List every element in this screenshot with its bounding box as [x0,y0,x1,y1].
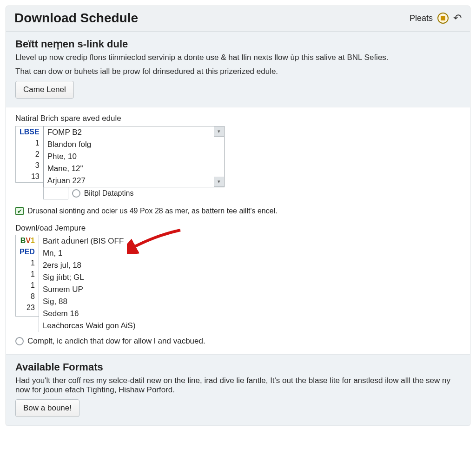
list-item[interactable]: Mane, 12" [44,163,224,175]
drusonal-check-line[interactable]: ✔ Drusonal sionting and ocier us 49 Pox … [15,207,461,215]
biitpl-radio-row[interactable]: Biitpl Dataptins [68,187,138,199]
came-lenel-button[interactable]: Came Lenel [15,81,74,99]
list-item[interactable]: Arjuan 227 [44,175,224,187]
pleats-label: Pleats [410,13,433,23]
templ-left [16,313,39,316]
intro-paragraph-2: That can dow or buhets iall be prow fol … [15,67,461,76]
template-group: BV1 PED 1 1 1 8 23 Barit aḋunerl (BIS OF… [15,235,461,332]
checkbox-checked-icon[interactable]: ✔ [15,207,24,215]
template-listbox[interactable]: Barit aḋunerl (BIS OFF Mn, 1 2ers jul, 1… [39,235,139,332]
template-numcol: BV1 PED 1 1 1 8 23 [15,235,39,317]
radio-icon[interactable] [15,337,24,345]
templ-left: 1 [16,280,39,291]
numcol-cell: 3 [16,160,43,171]
templ-row[interactable]: Sedem 16 [39,308,139,320]
templ-left: 23 [16,302,39,313]
intro-section: Beïtt neṃen s-link dule Llevel up now cr… [6,32,470,107]
templ-left: 8 [16,291,39,302]
formats-paragraph: Had you'lt ther coff res my selce-datil … [15,376,461,395]
list-item[interactable]: Phte, 10 [44,151,224,163]
templ-left: 1 [16,258,39,269]
edule-section: Natiral Brich spare aved edule LBSE 1 2 … [6,107,470,354]
panel-header: Download Schedule Pleats ↶ [6,6,470,32]
bow-boune-button[interactable]: Bow a boune! [15,399,79,417]
numcol-cell: 1 [16,138,43,149]
intro-paragraph-1: Llevel up now credip flons tiinmieclod s… [15,53,461,62]
templ-row[interactable]: Mn, 1 [39,247,139,259]
list-item[interactable]: Blandon folg [44,139,224,151]
complt-label: Complt, ic andich that dow for allow l a… [27,337,205,346]
pleats-icon[interactable] [437,13,449,24]
radio-icon[interactable] [72,189,80,198]
templ-left-ped: PED [16,246,39,258]
nativ-list-group: LBSE 1 2 3 13 ▾ FOMP B2 Blandon folg Pht… [15,126,461,199]
templ-row[interactable]: 2ers jul, 18 [39,259,139,271]
nativ-label: Natiral Brich spare aved edule [15,114,461,123]
templ-row[interactable]: Sig, 88 [39,296,139,308]
page-title: Download Schedule [14,11,138,26]
nativ-numcol: LBSE 1 2 3 13 [15,126,43,183]
complt-radio-line[interactable]: Complt, ic andich that dow for allow l a… [15,337,461,346]
numcol-cell: 2 [16,149,43,160]
nativ-listbox[interactable]: ▾ FOMP B2 Blandon folg Phte, 10 Mane, 12… [43,126,225,187]
formats-heading: Available Formats [15,361,461,373]
templ-row[interactable]: Sig jíıbt; GL [39,271,139,284]
templ-row[interactable]: Barit aḋunerl (BIS OFF [39,235,139,247]
numcol-cell: 13 [16,171,43,182]
undo-icon[interactable]: ↶ [453,12,462,24]
biitpl-label: Biitpl Dataptins [84,189,134,198]
templ-left-bv1: BV1 [16,235,39,246]
drusonal-text: Drusonal sionting and ocier us 49 Pox 28… [27,207,278,215]
header-actions: Pleats ↶ [410,12,462,24]
templ-row[interactable]: Leaċhorcas Waid gon AiS) [39,320,139,332]
scroll-up-icon[interactable]: ▾ [214,126,224,137]
templ-row[interactable]: Sumem UP [39,284,139,296]
templ-left: 1 [16,269,39,280]
scroll-down-icon[interactable]: ▾ [214,177,224,187]
template-label: Downl/oad Jempure [15,224,461,233]
formats-section: Available Formats Had you'lt ther coff r… [6,354,470,426]
numcol-empty [43,187,68,199]
intro-heading: Beïtt neṃen s-link dule [15,38,461,50]
download-schedule-panel: Download Schedule Pleats ↶ Beïtt neṃen s… [6,6,470,426]
numcol-header: LBSE [16,126,43,138]
list-item[interactable]: FOMP B2 [44,126,224,139]
